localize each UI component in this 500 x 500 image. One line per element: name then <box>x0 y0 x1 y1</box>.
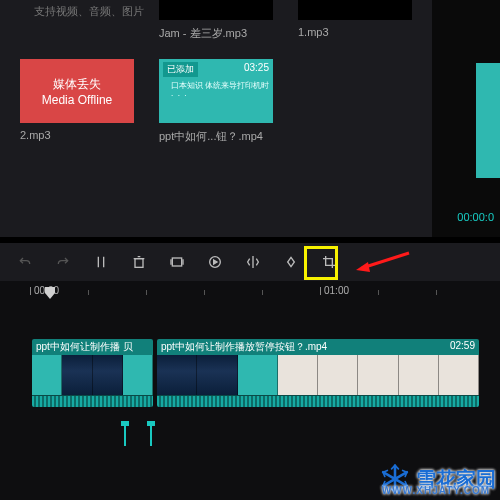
timeline-clip-a[interactable]: ppt中如何让制作播 贝 <box>32 339 153 407</box>
thumb-lines: 口本知识 体统来导打印机时· · · <box>171 81 269 101</box>
arrow-annotation <box>354 248 414 278</box>
media-caption: 2.mp3 <box>20 129 134 141</box>
svg-rect-1 <box>172 258 181 266</box>
undo-button[interactable] <box>6 243 44 281</box>
media-item-1[interactable]: 1.mp3 <box>298 0 412 38</box>
frame-button[interactable] <box>158 243 196 281</box>
timeline-marker[interactable] <box>150 426 152 446</box>
clip-waveform <box>32 395 153 407</box>
offline-label-cn: 媒体丢失 <box>53 76 101 93</box>
media-caption: Jam - 差三岁.mp3 <box>159 26 273 41</box>
playhead-icon[interactable] <box>44 286 56 303</box>
crop-button[interactable] <box>310 243 348 281</box>
clip-duration: 02:59 <box>450 340 475 354</box>
delete-button[interactable] <box>120 243 158 281</box>
timeline-marker[interactable] <box>124 426 126 446</box>
media-panel: 支持视频、音频、图片 Jam - 差三岁.mp3 1.mp3 媒体丢失 Medi… <box>0 0 432 237</box>
added-badge: 已添加 <box>163 62 198 77</box>
split-button[interactable] <box>82 243 120 281</box>
clip-label: ppt中如何让制作播 贝 <box>36 340 133 354</box>
ruler-label-1: 01:00 <box>324 285 349 296</box>
svg-line-3 <box>362 253 409 268</box>
supported-formats-hint: 支持视频、音频、图片 <box>34 4 144 19</box>
media-caption: 1.mp3 <box>298 26 412 38</box>
watermark-url: WWW.XHJATY.COM <box>310 485 490 496</box>
media-item-ppt[interactable]: 已添加 03:25 口本知识 体统来导打印机时· · · ppt中如何...钮？… <box>159 59 273 144</box>
timeline-ruler[interactable]: 00:00 01:00 <box>22 281 500 303</box>
preview-timecode: 00:00:0 <box>457 211 494 223</box>
speed-button[interactable] <box>196 243 234 281</box>
rotate-button[interactable] <box>272 243 310 281</box>
redo-button[interactable] <box>44 243 82 281</box>
preview-area: 00:00:0 <box>432 0 500 237</box>
watermark: 雪花家园 WWW.XHJATY.COM <box>378 462 496 496</box>
mirror-button[interactable] <box>234 243 272 281</box>
duration: 03:25 <box>244 62 269 73</box>
media-item-jam[interactable]: Jam - 差三岁.mp3 <box>159 0 273 41</box>
media-item-offline[interactable]: 媒体丢失 Media Offline 2.mp3 <box>20 59 134 141</box>
timeline-clip-b[interactable]: ppt中如何让制作播放暂停按钮？.mp4 02:59 <box>157 339 479 407</box>
offline-label-en: Media Offline <box>42 93 112 107</box>
clip-waveform <box>157 395 479 407</box>
timeline-toolbar <box>0 243 500 281</box>
preview-content <box>476 63 500 178</box>
clip-label: ppt中如何让制作播放暂停按钮？.mp4 <box>161 340 327 354</box>
media-caption: ppt中如何...钮？.mp4 <box>159 129 273 144</box>
svg-rect-0 <box>135 259 143 268</box>
svg-marker-4 <box>356 262 370 272</box>
